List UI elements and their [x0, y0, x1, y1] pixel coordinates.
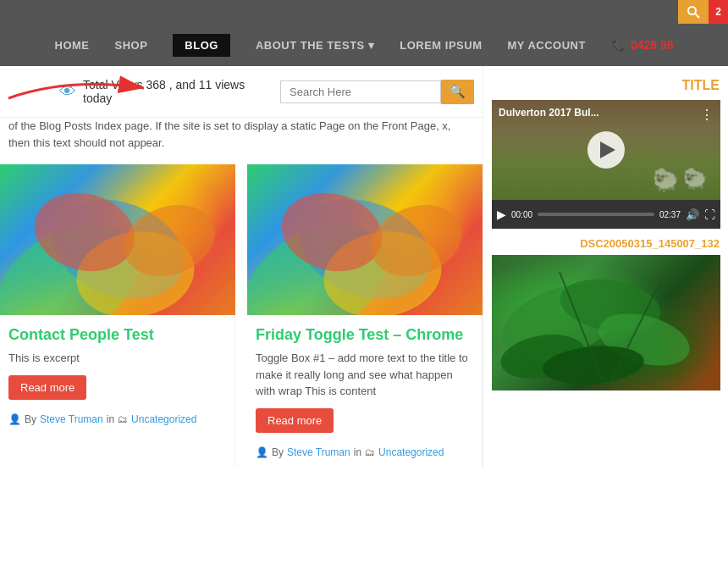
search-bar: 🔍 [280, 80, 474, 104]
main-container: 👁 Total Views 368 , and 11 views today 🔍… [0, 66, 728, 467]
post-title-2: Friday Toggle Test – Chrome [247, 315, 482, 350]
svg-point-0 [688, 7, 696, 14]
top-search-button[interactable] [678, 0, 709, 24]
search-button[interactable]: 🔍 [441, 80, 474, 104]
read-more-button-2[interactable]: Read more [256, 408, 334, 433]
red-arrow-icon [0, 73, 169, 107]
video-options-button[interactable]: ⋮ [700, 107, 714, 123]
chevron-down-icon: ▾ [368, 39, 375, 52]
post-image-1 [0, 164, 235, 315]
category-icon-1: 🗂 [118, 413, 128, 425]
time-total: 02:37 [659, 210, 681, 219]
search-input[interactable] [280, 80, 441, 103]
content-area: 👁 Total Views 368 , and 11 views today 🔍… [0, 66, 483, 467]
svg-line-1 [695, 14, 699, 18]
nav-lorem[interactable]: LOREM IPSUM [400, 39, 482, 52]
play-button[interactable] [587, 131, 625, 169]
fern-svg [492, 255, 720, 390]
post-excerpt-1: This is excerpt [0, 350, 234, 375]
post-meta-2: 👤 By Steve Truman in 🗂 Uncategorized [247, 441, 482, 467]
video-controls: ▶ 00:00 02:37 🔊 ⛶ [492, 200, 720, 229]
category-icon-2: 🗂 [365, 446, 375, 458]
cart-badge[interactable]: 2 [709, 0, 728, 24]
nav-shop[interactable]: SHOP [115, 39, 148, 52]
swirl-svg-2 [247, 164, 483, 315]
stats-row: 👁 Total Views 368 , and 11 views today 🔍 [0, 66, 483, 118]
category-link-2[interactable]: Uncategorized [378, 446, 444, 458]
video-title: Dulverton 2017 Bul... [499, 107, 599, 119]
posts-grid: Contact People Test This is excerpt Read… [0, 164, 483, 467]
excerpt-text: of the Blog Posts Index page. If the sit… [0, 118, 483, 164]
post-image-2 [247, 164, 483, 315]
category-link-1[interactable]: Uncategorized [131, 413, 196, 425]
post-card-2: Friday Toggle Test – Chrome Toggle Box #… [247, 164, 483, 467]
nav-about[interactable]: ABOUT THE TESTS ▾ [256, 39, 374, 52]
post-meta-1: 👤 By Steve Truman in 🗂 Uncategorized [0, 408, 234, 434]
progress-bar[interactable] [538, 213, 654, 216]
phone-display: 📞 0428 96 [611, 38, 674, 52]
play-control-icon[interactable]: ▶ [497, 208, 506, 221]
read-more-button-1[interactable]: Read more [8, 375, 86, 400]
video-thumbnail: 🐑 🐑 Dulverton 2017 Bul... ⋮ [492, 100, 720, 200]
sidebar-image [492, 255, 720, 390]
author-icon-2: 👤 [256, 446, 268, 458]
sidebar: TITLE 🐑 🐑 Dulverton 2017 Bul... ⋮ ▶ 00:0… [483, 66, 728, 467]
sidebar-link-title[interactable]: DSC20050315_145007_132 [492, 229, 728, 255]
author-icon-1: 👤 [8, 413, 21, 425]
nav-bar: HOME SHOP BLOG ABOUT THE TESTS ▾ LOREM I… [0, 24, 728, 66]
nav-account[interactable]: MY ACCOUNT [507, 39, 585, 52]
author-link-2[interactable]: Steve Truman [287, 446, 350, 458]
nav-home[interactable]: HOME [55, 39, 90, 52]
swirl-bg-1 [0, 164, 235, 315]
author-link-1[interactable]: Steve Truman [40, 413, 103, 425]
sidebar-title: TITLE [492, 66, 728, 100]
swirl-svg-1 [0, 164, 235, 315]
post-title-1: Contact People Test [0, 315, 234, 350]
video-container: 🐑 🐑 Dulverton 2017 Bul... ⋮ ▶ 00:00 02:3… [492, 100, 720, 229]
nav-blog[interactable]: BLOG [173, 34, 230, 57]
phone-icon: 📞 [611, 38, 626, 52]
post-card-1: Contact People Test This is excerpt Read… [0, 164, 235, 467]
post-excerpt-2: Toggle Box #1 – add more text to the tit… [247, 350, 482, 408]
swirl-bg-2 [247, 164, 483, 315]
top-bar: 2 [0, 0, 728, 24]
fullscreen-icon[interactable]: ⛶ [704, 208, 715, 221]
time-current: 00:00 [511, 210, 532, 219]
play-triangle-icon [600, 141, 615, 158]
volume-icon[interactable]: 🔊 [686, 208, 699, 221]
